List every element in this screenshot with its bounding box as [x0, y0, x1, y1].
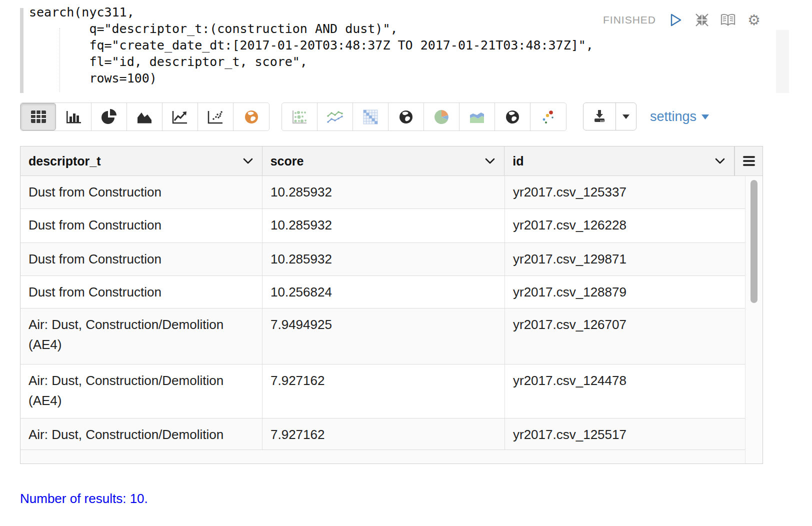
cell-id: yr2017.csv_126228 — [505, 209, 746, 242]
viz-map-button[interactable] — [234, 103, 269, 130]
cell-id: yr2017.csv_125337 — [505, 176, 746, 208]
viz-table-button[interactable] — [20, 103, 56, 130]
table-body: Dust from Construction 10.285932 yr2017.… — [20, 176, 762, 464]
download-split-button — [583, 102, 636, 130]
cell-descriptor: Air: Dust, Construction/Demolition (AE4) — [20, 364, 262, 418]
cell-score: 10.285932 — [262, 209, 505, 242]
table-scrollbar-thumb[interactable] — [750, 180, 758, 303]
settings-gear-button[interactable]: ⚙ — [746, 12, 762, 28]
viz-globe-2-button[interactable] — [495, 103, 530, 130]
download-icon — [592, 110, 607, 124]
cell-descriptor: Dust from Construction — [20, 209, 262, 242]
viz-heatmap-button[interactable] — [353, 103, 388, 130]
hamburger-menu-icon — [742, 156, 756, 166]
column-header-id[interactable]: id — [504, 146, 734, 176]
code-line: rows=100) — [29, 70, 594, 86]
scatter-color-icon — [540, 109, 556, 125]
viz-scatter-color-button[interactable] — [530, 103, 566, 130]
indent-guide — [60, 28, 60, 92]
paragraph-active-bar — [20, 8, 24, 93]
viz-globe-button[interactable] — [388, 103, 424, 130]
viz-bubble-chart-button[interactable] — [282, 103, 318, 130]
globe-orange-icon — [244, 110, 259, 124]
collapse-button[interactable] — [694, 12, 710, 28]
table-row: Dust from Construction 10.256824 yr2017.… — [20, 276, 746, 308]
catalog-button[interactable] — [720, 12, 736, 28]
paragraph-controls: FINISHED ⚙ — [603, 12, 762, 28]
bubble-chart-icon — [292, 110, 308, 124]
chevron-down-icon[interactable] — [243, 158, 253, 164]
viz-scatter-plot-button[interactable] — [198, 103, 234, 130]
results-count-text: Number of results: 10. — [20, 491, 148, 506]
column-header-descriptor-t[interactable]: descriptor_t — [20, 146, 262, 176]
heatmap-icon — [363, 110, 378, 124]
table-bottom-strip — [20, 450, 746, 464]
viz-bar-chart-button[interactable] — [56, 103, 92, 130]
code-line: search(nyc311, — [29, 4, 594, 20]
cell-score: 10.285932 — [262, 176, 505, 208]
pie-chart-icon — [100, 109, 118, 125]
table-row: Air: Dust, Construction/Demolition (AE4)… — [20, 308, 746, 364]
table-scrollbar-track[interactable] — [745, 176, 762, 464]
line-chart-icon — [172, 110, 188, 124]
table-row: Dust from Construction 10.285932 yr2017.… — [20, 209, 746, 243]
settings-dropdown[interactable]: settings — [650, 109, 709, 124]
viz-toolbar-group-a — [20, 102, 270, 131]
cell-id: yr2017.csv_124478 — [505, 364, 746, 418]
cell-score: 7.9494925 — [262, 308, 505, 364]
table-row: Air: Dust, Construction/Demolition 7.927… — [20, 418, 746, 450]
cell-id: yr2017.csv_129871 — [505, 243, 746, 276]
viz-multi-line-chart-button[interactable] — [318, 103, 353, 130]
download-options-button[interactable] — [616, 103, 636, 130]
code-line: fq="create_date_dt:[2017-01-20T03:48:37Z… — [29, 37, 594, 54]
viz-area-color-button[interactable] — [460, 103, 495, 130]
pie-color-icon — [434, 109, 450, 125]
cell-id: yr2017.csv_128879 — [505, 276, 746, 308]
caret-down-icon — [622, 114, 630, 119]
cell-id: yr2017.csv_126707 — [505, 308, 746, 364]
chevron-down-icon[interactable] — [715, 158, 725, 164]
scatter-plot-icon — [208, 110, 224, 124]
gear-icon: ⚙ — [748, 13, 760, 28]
status-badge: FINISHED — [603, 14, 656, 26]
cell-score: 7.927162 — [262, 364, 505, 418]
multi-line-chart-icon — [326, 110, 344, 124]
cell-score: 7.927162 — [262, 418, 505, 450]
cell-id: yr2017.csv_125517 — [505, 418, 746, 450]
cell-score: 10.256824 — [262, 276, 505, 308]
zeppelin-paragraph: search(nyc311, q="descriptor_t:(construc… — [0, 0, 812, 526]
viz-pie-color-button[interactable] — [424, 103, 460, 130]
table-row: Dust from Construction 10.285932 yr2017.… — [20, 176, 746, 209]
caret-down-icon — [702, 114, 709, 120]
chevron-down-icon[interactable] — [485, 158, 495, 164]
area-chart-icon — [136, 110, 152, 124]
cell-descriptor: Air: Dust, Construction/Demolition (AE4) — [20, 308, 262, 364]
cell-descriptor: Dust from Construction — [20, 176, 262, 208]
globe-dark-icon — [398, 110, 414, 124]
cell-descriptor: Dust from Construction — [20, 276, 262, 308]
code-line: q="descriptor_t:(construction AND dust)"… — [29, 20, 594, 37]
play-icon — [670, 14, 682, 26]
settings-label: settings — [650, 109, 696, 124]
cell-score: 10.285932 — [262, 243, 505, 276]
column-header-score[interactable]: score — [262, 146, 505, 176]
code-editor[interactable]: search(nyc311, q="descriptor_t:(construc… — [29, 4, 594, 86]
cell-descriptor: Dust from Construction — [20, 243, 262, 276]
area-color-icon — [469, 110, 485, 124]
results-table: descriptor_t score id — [20, 146, 763, 464]
table-icon — [30, 110, 46, 124]
code-scrollbar[interactable] — [776, 30, 789, 93]
viz-pie-chart-button[interactable] — [92, 103, 127, 130]
table-header-row: descriptor_t score id — [20, 146, 762, 176]
download-button[interactable] — [584, 103, 616, 130]
compress-icon — [694, 12, 710, 28]
viz-line-chart-button[interactable] — [162, 103, 198, 130]
grid-menu-button[interactable] — [734, 146, 762, 176]
viz-toolbar-group-b — [282, 102, 566, 131]
viz-area-chart-button[interactable] — [127, 103, 162, 130]
run-button[interactable] — [668, 12, 684, 28]
table-row: Dust from Construction 10.285932 yr2017.… — [20, 243, 746, 276]
book-icon — [720, 13, 736, 27]
bar-chart-icon — [66, 110, 82, 124]
table-row: Air: Dust, Construction/Demolition (AE4)… — [20, 364, 746, 418]
